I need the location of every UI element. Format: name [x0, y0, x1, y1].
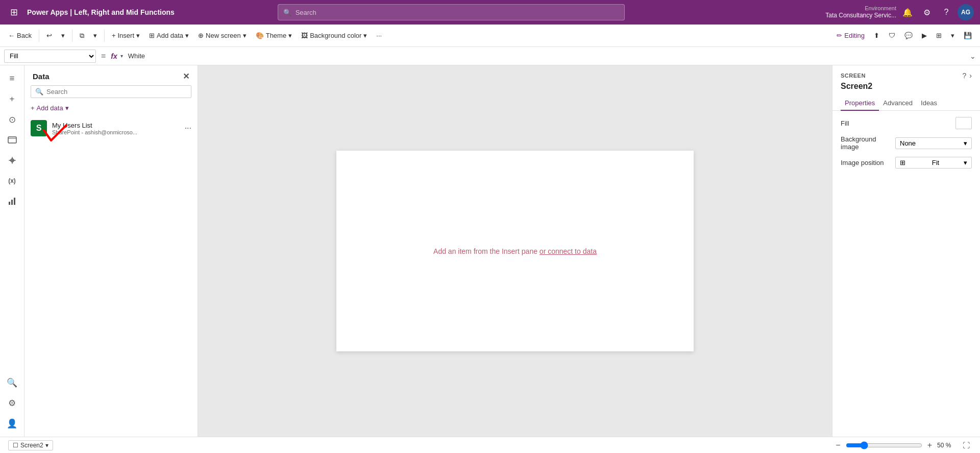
data-search-input[interactable]: [46, 88, 187, 96]
save-button[interactable]: 💾: [960, 30, 976, 41]
shield-icon: 🛡: [889, 32, 895, 39]
insert-nav-icon[interactable]: +: [3, 90, 21, 108]
media-nav-icon[interactable]: [3, 131, 21, 149]
undo-dropdown[interactable]: ▾: [57, 30, 69, 41]
notification-icon[interactable]: 🔔: [899, 4, 916, 20]
bg-image-label: Background image: [841, 135, 895, 151]
add-data-label: Add data: [37, 104, 63, 112]
data-item-myuserslist[interactable]: S My Users List SharePoint - ashish@onmi…: [24, 116, 198, 140]
bg-image-select[interactable]: None ▾: [895, 137, 972, 149]
data-item-icon: S: [31, 120, 47, 136]
help-icon[interactable]: ?: [938, 4, 954, 20]
more-button[interactable]: ···: [372, 30, 386, 41]
data-nav-icon[interactable]: ⊙: [3, 110, 21, 129]
right-panel-expand-icon[interactable]: ›: [969, 71, 972, 80]
screen-tab-chevron: ▾: [45, 442, 48, 449]
share-button[interactable]: ⬆: [870, 30, 884, 41]
sep1: [39, 30, 39, 42]
newscreen-label: New screen: [206, 32, 241, 39]
bottombar: ☐ Screen2 ▾ − + 50 % ⛶: [0, 437, 980, 453]
fit-icon: ⊞: [900, 159, 905, 166]
adddata-button[interactable]: ⊞ Add data ▾: [145, 30, 193, 41]
bg-image-chevron: ▾: [964, 139, 967, 147]
data-item-info: My Users List SharePoint - ashish@onmicr…: [52, 122, 180, 135]
variable-nav-icon[interactable]: (x): [3, 172, 21, 190]
canvas-area: Add an item from the Insert pane or conn…: [198, 65, 832, 437]
connectors-nav-icon[interactable]: [3, 151, 21, 170]
user-nav-icon[interactable]: 👤: [3, 414, 21, 433]
pencil-icon: ✏: [837, 32, 842, 39]
search-row: 🔍: [24, 85, 198, 102]
grid-icon: ⊞: [936, 32, 942, 39]
analytics-nav-icon[interactable]: [3, 192, 21, 210]
fullscreen-button[interactable]: ⛶: [961, 439, 972, 451]
apps-grid-icon[interactable]: ⊞: [6, 5, 22, 20]
formulabar: Fill = fx ▾ White ⌄: [0, 47, 980, 65]
copy-dropdown[interactable]: ▾: [89, 30, 101, 41]
formula-value: White: [126, 52, 967, 60]
fill-label: Fill: [841, 120, 849, 127]
expand-formula-btn[interactable]: ⌄: [970, 52, 976, 60]
fx-chevron[interactable]: ▾: [120, 53, 123, 59]
data-item-more-button[interactable]: ···: [185, 124, 191, 133]
background-image-row: Background image None ▾: [841, 135, 972, 151]
avatar[interactable]: AG: [958, 4, 974, 20]
insert-button[interactable]: + Insert ▾: [108, 30, 144, 41]
main-area: ≡ + ⊙ (x) 🔍 ⚙ 👤 Data ✕ 🔍 + Add d: [0, 65, 980, 437]
search-nav-icon[interactable]: 🔍: [3, 373, 21, 392]
search-box[interactable]: 🔍: [278, 4, 625, 20]
tab-advanced[interactable]: Advanced: [879, 96, 917, 111]
play-button[interactable]: ▶: [918, 30, 931, 41]
img-pos-select[interactable]: ⊞ Fit ▾: [895, 157, 972, 169]
chat-button[interactable]: 💬: [900, 30, 917, 41]
canvas-placeholder: Add an item from the Insert pane or conn…: [433, 247, 597, 255]
svg-rect-3: [11, 200, 13, 205]
screen-tab[interactable]: ☐ Screen2 ▾: [8, 440, 53, 450]
sep3: [104, 30, 105, 42]
screen-help-icon[interactable]: ?: [963, 71, 967, 80]
chevron-down-icon2: ▾: [93, 32, 97, 39]
grid-button[interactable]: ⊞: [932, 30, 946, 41]
fill-row: Fill: [841, 117, 972, 129]
add-data-chevron: ▾: [65, 104, 69, 112]
grid-dropdown[interactable]: ▾: [947, 30, 959, 41]
toolbar: ← Back ↩ ▾ ⧉ ▾ + Insert ▾ ⊞ Add data ▾ ⊕…: [0, 25, 980, 47]
screen-tab-name: Screen2: [20, 442, 43, 449]
zoom-in-button[interactable]: +: [925, 441, 934, 450]
bgcolor-button[interactable]: 🖼 Background color ▾: [297, 30, 371, 41]
zoom-out-button[interactable]: −: [834, 441, 842, 450]
editing-button[interactable]: ✏ Editing: [832, 30, 869, 41]
zoom-slider[interactable]: [846, 441, 922, 449]
theme-button[interactable]: 🎨 Theme ▾: [252, 30, 296, 41]
treeview-icon[interactable]: ≡: [3, 69, 21, 88]
settings-nav-icon[interactable]: ⚙: [3, 394, 21, 412]
img-pos-label: Image position: [841, 159, 884, 166]
undo-button[interactable]: ↩: [42, 30, 56, 41]
adddata-chevron: ▾: [185, 32, 189, 39]
insert-label: Insert: [118, 32, 135, 39]
canvas-connect-link[interactable]: or connect to data: [540, 247, 597, 255]
back-button[interactable]: ← Back: [4, 30, 36, 41]
chat-icon: 💬: [904, 32, 913, 39]
canvas[interactable]: Add an item from the Insert pane or conn…: [336, 151, 694, 351]
property-select[interactable]: Fill: [4, 50, 96, 63]
insert-icon: +: [112, 32, 116, 39]
tab-ideas[interactable]: Ideas: [917, 96, 941, 111]
copy-button[interactable]: ⧉: [76, 30, 88, 42]
close-panel-button[interactable]: ✕: [183, 71, 189, 81]
fill-color-picker[interactable]: [955, 117, 972, 129]
img-pos-chevron: ▾: [964, 159, 967, 166]
add-data-button[interactable]: + Add data ▾: [24, 102, 198, 116]
search-input[interactable]: [296, 9, 619, 16]
shield-button[interactable]: 🛡: [885, 30, 899, 41]
settings-icon[interactable]: ⚙: [919, 4, 935, 20]
img-pos-value: Fit: [932, 159, 939, 166]
svg-rect-4: [14, 198, 15, 205]
add-data-plus-icon: +: [31, 104, 35, 112]
bgcolor-chevron: ▾: [363, 32, 367, 39]
bgcolor-icon: 🖼: [301, 32, 308, 39]
newscreen-chevron: ▾: [243, 32, 247, 39]
share-icon: ⬆: [874, 32, 879, 39]
tab-properties[interactable]: Properties: [841, 96, 879, 111]
newscreen-button[interactable]: ⊕ New screen ▾: [194, 30, 251, 41]
